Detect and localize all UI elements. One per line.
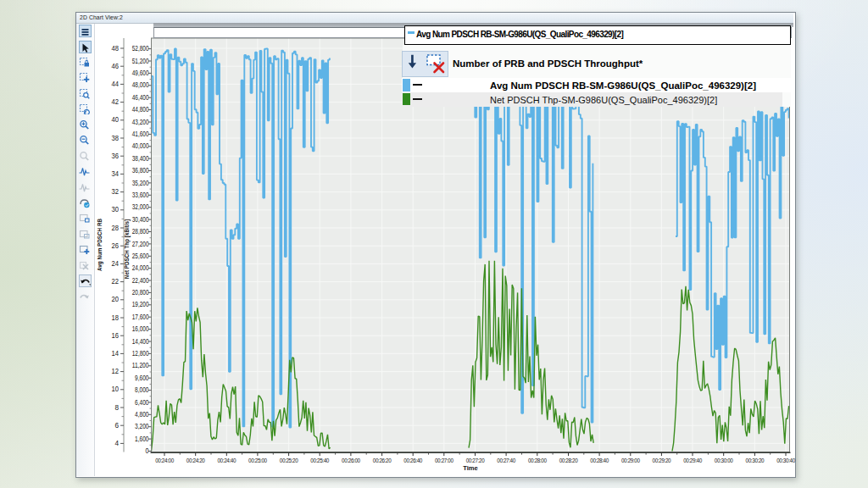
svg-text:38: 38	[112, 134, 120, 142]
svg-text:18: 18	[112, 313, 120, 322]
svg-text:00:26:40: 00:26:40	[403, 458, 423, 463]
svg-text:36,800: 36,800	[132, 166, 149, 175]
svg-text:Avg Num PDSCH RB: Avg Num PDSCH RB	[97, 219, 103, 271]
svg-text:20,800: 20,800	[132, 288, 149, 297]
svg-text:00:29:20: 00:29:20	[653, 458, 672, 463]
svg-text:42: 42	[112, 97, 120, 106]
svg-text:34: 34	[112, 169, 120, 178]
svg-text:4: 4	[114, 439, 119, 447]
svg-text:6,400: 6,400	[135, 398, 149, 407]
svg-text:00:29:40: 00:29:40	[683, 458, 703, 463]
svg-text:00:30:40: 00:30:40	[776, 458, 796, 463]
svg-text:36: 36	[112, 152, 120, 160]
svg-text:00:24:20: 00:24:20	[186, 458, 206, 463]
svg-text:25,600: 25,600	[132, 252, 149, 260]
svg-text:00:24:00: 00:24:00	[155, 458, 175, 463]
svg-text:00:25:00: 00:25:00	[248, 458, 268, 463]
svg-text:00:28:40: 00:28:40	[590, 458, 609, 463]
svg-text:Time: Time	[463, 464, 478, 472]
svg-text:40: 40	[112, 115, 120, 124]
svg-text:6: 6	[114, 421, 119, 430]
svg-text:00:25:40: 00:25:40	[310, 458, 330, 463]
svg-text:26: 26	[112, 241, 120, 250]
svg-text:00:27:00: 00:27:00	[435, 458, 454, 463]
svg-text:Net PDSCH Thp [kBit/s]: Net PDSCH Thp [kBit/s]	[124, 219, 131, 279]
svg-text:48,000: 48,000	[132, 80, 149, 89]
svg-text:00:26:20: 00:26:20	[373, 458, 392, 463]
svg-text:24,000: 24,000	[132, 263, 149, 272]
svg-text:40,000: 40,000	[132, 141, 149, 150]
svg-text:30: 30	[112, 205, 120, 214]
svg-text:51,200: 51,200	[132, 57, 149, 65]
svg-text:24: 24	[112, 259, 120, 268]
svg-text:46: 46	[112, 62, 120, 70]
svg-text:28,800: 28,800	[132, 227, 149, 236]
svg-text:00:27:20: 00:27:20	[466, 458, 486, 463]
svg-text:48: 48	[112, 44, 120, 53]
svg-text:00:24:40: 00:24:40	[217, 458, 236, 463]
svg-text:00:30:00: 00:30:00	[715, 458, 734, 463]
svg-text:00:28:00: 00:28:00	[528, 458, 548, 463]
svg-text:19,200: 19,200	[132, 300, 149, 308]
svg-text:22: 22	[112, 277, 120, 286]
svg-text:44,800: 44,800	[132, 105, 149, 114]
svg-text:8: 8	[114, 403, 119, 412]
svg-text:16,000: 16,000	[132, 324, 149, 333]
svg-text:00:28:20: 00:28:20	[559, 458, 579, 463]
svg-text:00:30:20: 00:30:20	[746, 458, 765, 463]
svg-text:28: 28	[112, 224, 120, 232]
svg-text:16: 16	[112, 331, 120, 340]
svg-text:35,200: 35,200	[132, 179, 149, 187]
svg-text:14,400: 14,400	[132, 337, 149, 346]
svg-text:52,800: 52,800	[132, 44, 149, 53]
svg-text:17,600: 17,600	[132, 313, 149, 321]
svg-text:00:27:40: 00:27:40	[497, 458, 516, 463]
svg-text:32,000: 32,000	[132, 202, 149, 211]
svg-text:33,600: 33,600	[132, 191, 149, 199]
svg-text:22,400: 22,400	[132, 276, 149, 285]
svg-text:1,600: 1,600	[135, 435, 149, 443]
svg-text:32: 32	[112, 187, 120, 196]
svg-text:12,800: 12,800	[132, 349, 149, 358]
svg-text:27,200: 27,200	[132, 240, 149, 248]
svg-text:41,600: 41,600	[132, 130, 149, 138]
svg-text:00:29:00: 00:29:00	[621, 458, 641, 463]
svg-text:8,000: 8,000	[135, 385, 149, 394]
svg-text:30,400: 30,400	[132, 215, 149, 224]
svg-text:43,200: 43,200	[132, 118, 149, 126]
svg-text:38,400: 38,400	[132, 154, 149, 163]
svg-text:0: 0	[146, 446, 149, 455]
svg-text:00:26:00: 00:26:00	[342, 458, 361, 463]
svg-text:10: 10	[112, 385, 120, 393]
svg-text:00:25:20: 00:25:20	[280, 458, 299, 463]
svg-text:11,200: 11,200	[132, 361, 149, 369]
svg-text:14: 14	[112, 349, 120, 358]
svg-text:3,200: 3,200	[135, 422, 149, 430]
svg-text:9,600: 9,600	[135, 374, 149, 382]
svg-text:49,600: 49,600	[132, 69, 149, 77]
svg-text:12: 12	[112, 367, 120, 375]
svg-text:20: 20	[112, 295, 120, 303]
svg-text:4,800: 4,800	[135, 410, 149, 419]
svg-text:44: 44	[112, 80, 120, 88]
svg-text:46,400: 46,400	[132, 93, 149, 102]
